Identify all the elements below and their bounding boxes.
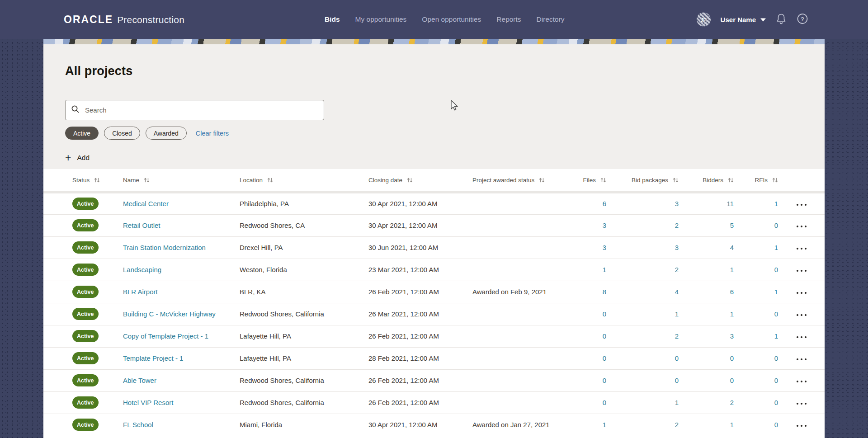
- bid-packages-count-link[interactable]: 4: [675, 288, 679, 296]
- awarded-status-cell: Awarded on Feb 9, 2021: [472, 281, 576, 303]
- awarded-status-cell: [472, 325, 576, 347]
- files-count-link[interactable]: 0: [603, 310, 606, 318]
- bid-packages-count-link[interactable]: 3: [675, 200, 679, 207]
- nav-my-opportunities[interactable]: My opportunities: [355, 15, 407, 24]
- add-button[interactable]: + Add: [65, 153, 90, 162]
- project-name-link[interactable]: BLR Airport: [123, 288, 158, 296]
- row-actions-button[interactable]: [795, 201, 808, 208]
- user-menu[interactable]: User Name: [721, 16, 766, 24]
- sort-header-bid-packages[interactable]: Bid packages: [606, 177, 679, 184]
- sort-header-rfis[interactable]: RFIs: [734, 177, 778, 184]
- bid-packages-count-link[interactable]: 2: [675, 221, 679, 229]
- rfis-count-link[interactable]: 1: [774, 200, 778, 207]
- files-count-link[interactable]: 6: [603, 200, 606, 207]
- bidders-count-link[interactable]: 11: [726, 200, 734, 207]
- project-name-link[interactable]: Landscaping: [123, 266, 161, 273]
- project-name-link[interactable]: FL School: [123, 421, 153, 429]
- row-actions-button[interactable]: [795, 422, 808, 429]
- table-row: Active Medical Center Philadelphia, PA 3…: [43, 192, 825, 214]
- nav-bids[interactable]: Bids: [325, 15, 340, 24]
- sort-header-name[interactable]: Name: [123, 177, 240, 184]
- filter-chip-awarded[interactable]: Awarded: [146, 127, 187, 140]
- avatar[interactable]: JP: [697, 13, 711, 27]
- search-input[interactable]: [84, 106, 318, 114]
- bid-packages-count-link[interactable]: 0: [675, 354, 679, 362]
- rfis-count-link[interactable]: 0: [774, 310, 778, 318]
- location-cell: BLR, KA: [240, 281, 368, 303]
- files-count-link[interactable]: 3: [603, 221, 606, 229]
- nav-reports[interactable]: Reports: [496, 15, 521, 24]
- files-count-link[interactable]: 1: [603, 421, 606, 429]
- rfis-count-link[interactable]: 0: [774, 399, 778, 406]
- bidders-count-link[interactable]: 2: [730, 399, 734, 406]
- row-actions-button[interactable]: [795, 334, 808, 341]
- row-actions-button[interactable]: [795, 223, 808, 230]
- project-name-link[interactable]: Template Project - 1: [123, 354, 183, 362]
- sort-header-status[interactable]: Status: [72, 177, 123, 184]
- sort-header-awarded-status[interactable]: Project awarded status: [472, 177, 576, 184]
- project-name-link[interactable]: Able Tower: [123, 377, 156, 384]
- project-name-link[interactable]: Hotel VIP Resort: [123, 399, 173, 406]
- bidders-count-link[interactable]: 6: [730, 288, 734, 296]
- project-name-link[interactable]: Retail Outlet: [123, 221, 160, 229]
- sort-header-location[interactable]: Location: [240, 177, 368, 184]
- project-name-link[interactable]: Copy of Template Project - 1: [123, 332, 208, 340]
- rfis-count-link[interactable]: 0: [774, 266, 778, 273]
- bidders-count-link[interactable]: 4: [730, 244, 734, 251]
- files-count-link[interactable]: 3: [603, 244, 606, 251]
- bid-packages-count-link[interactable]: 1: [675, 310, 679, 318]
- rfis-count-link[interactable]: 1: [774, 244, 778, 251]
- project-name-link[interactable]: Building C - McVicker Highway: [123, 310, 216, 318]
- bid-packages-count-link[interactable]: 2: [675, 421, 679, 429]
- clear-filters-link[interactable]: Clear filters: [196, 130, 229, 137]
- row-actions-button[interactable]: [795, 267, 808, 274]
- nav-open-opportunities[interactable]: Open opportunities: [422, 15, 481, 24]
- all-projects-card: All projects Active Closed Awarded Clear…: [43, 44, 825, 438]
- bidders-count-link[interactable]: 0: [730, 377, 734, 384]
- bidders-count-link[interactable]: 1: [730, 310, 734, 318]
- project-name-link[interactable]: Train Station Modernization: [123, 244, 206, 251]
- bid-packages-count-link[interactable]: 1: [675, 399, 679, 406]
- sort-header-files[interactable]: Files: [576, 177, 606, 184]
- files-count-link[interactable]: 0: [603, 332, 606, 340]
- rfis-count-link[interactable]: 1: [774, 332, 778, 340]
- nav-directory[interactable]: Directory: [537, 15, 565, 24]
- files-count-link[interactable]: 8: [603, 288, 606, 296]
- row-actions-button[interactable]: [795, 311, 808, 319]
- sort-header-bidders[interactable]: Bidders: [679, 177, 734, 184]
- bid-packages-count-link[interactable]: 2: [675, 332, 679, 340]
- row-actions-button[interactable]: [795, 289, 808, 297]
- bid-packages-count-link[interactable]: 2: [675, 266, 679, 273]
- row-actions-button[interactable]: [795, 356, 808, 363]
- rfis-count-link[interactable]: 0: [774, 377, 778, 384]
- bidders-count-link[interactable]: 3: [730, 332, 734, 340]
- rfis-count-link[interactable]: 0: [774, 354, 778, 362]
- bidders-count-link[interactable]: 5: [730, 221, 734, 229]
- bidders-count-link[interactable]: 1: [730, 266, 734, 273]
- filter-chip-active[interactable]: Active: [65, 127, 99, 140]
- row-actions-button[interactable]: [795, 378, 808, 385]
- rfis-count-link[interactable]: 0: [774, 221, 778, 229]
- notifications-button[interactable]: [776, 13, 787, 26]
- chevron-down-icon: [760, 19, 766, 22]
- rfis-count-link[interactable]: 1: [774, 288, 778, 296]
- table-row: Active Retail Outlet Redwood Shores, CA …: [43, 214, 825, 236]
- row-actions-button[interactable]: [795, 400, 808, 407]
- sort-header-closing-date[interactable]: Closing date: [368, 177, 472, 184]
- bid-packages-count-link[interactable]: 0: [675, 377, 679, 384]
- filter-chip-closed[interactable]: Closed: [104, 127, 140, 140]
- files-count-link[interactable]: 0: [603, 377, 606, 384]
- files-count-link[interactable]: 0: [603, 354, 606, 362]
- bidders-count-link[interactable]: 1: [730, 421, 734, 429]
- bid-packages-count-link[interactable]: 3: [675, 244, 679, 251]
- help-button[interactable]: ?: [797, 13, 808, 26]
- bidders-count-link[interactable]: 0: [730, 354, 734, 362]
- row-actions-button[interactable]: [795, 245, 808, 252]
- files-count-link[interactable]: 1: [603, 266, 606, 273]
- rfis-count-link[interactable]: 0: [774, 421, 778, 429]
- files-count-link[interactable]: 0: [603, 399, 606, 406]
- avatar-initials: JP: [700, 17, 706, 22]
- project-name-link[interactable]: Medical Center: [123, 200, 169, 207]
- closing-date-cell: 26 Mar 2021, 12:00 AM: [368, 303, 472, 325]
- sort-icon: [539, 177, 545, 183]
